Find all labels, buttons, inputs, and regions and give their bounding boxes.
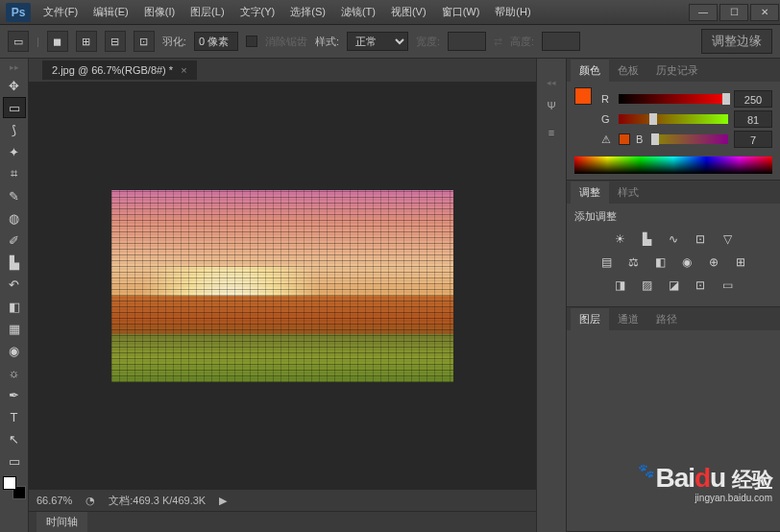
menu-view[interactable]: 视图(V) xyxy=(384,1,433,23)
color-swatches[interactable] xyxy=(3,476,26,499)
menu-window[interactable]: 窗口(W) xyxy=(435,1,487,23)
path-tool[interactable]: ↖ xyxy=(3,428,26,449)
b-slider[interactable] xyxy=(653,134,728,144)
photo-filter-icon[interactable]: ◉ xyxy=(678,254,695,270)
selection-add-icon[interactable]: ⊞ xyxy=(76,31,97,52)
brushes-panel-icon[interactable]: Ψ xyxy=(542,97,561,114)
selective-icon[interactable]: ⊡ xyxy=(692,278,709,293)
menu-file[interactable]: 文件(F) xyxy=(37,1,85,23)
gradient-tool[interactable]: ▦ xyxy=(3,318,26,339)
bw-icon[interactable]: ◧ xyxy=(651,254,669,270)
lookup-icon[interactable]: ⊞ xyxy=(732,254,749,270)
color-spectrum[interactable] xyxy=(574,157,772,174)
status-bar: 66.67% ◔ 文档:469.3 K/469.3K ▶ xyxy=(29,490,536,511)
paths-tab[interactable]: 路径 xyxy=(647,308,686,330)
antialias-checkbox[interactable] xyxy=(246,36,257,47)
levels-icon[interactable]: ▙ xyxy=(638,231,655,247)
exposure-icon[interactable]: ⊡ xyxy=(692,231,709,247)
pen-tool[interactable]: ✒ xyxy=(3,384,26,405)
threshold-icon[interactable]: ◪ xyxy=(665,278,682,293)
heal-tool[interactable]: ◍ xyxy=(3,207,26,229)
wand-tool[interactable]: ✦ xyxy=(3,141,26,162)
channels-tab[interactable]: 通道 xyxy=(609,308,647,330)
menu-image[interactable]: 图像(I) xyxy=(137,1,182,23)
b-value[interactable]: 7 xyxy=(734,131,772,148)
layers-tab[interactable]: 图层 xyxy=(571,308,609,330)
shape-tool[interactable]: ▭ xyxy=(3,450,26,472)
collapse-icon[interactable]: ▸▸ xyxy=(10,62,19,72)
r-value[interactable]: 250 xyxy=(734,90,772,108)
history-tab[interactable]: 历史记录 xyxy=(647,60,707,82)
marquee-tool-preset-icon[interactable]: ▭ xyxy=(8,31,29,52)
dodge-tool[interactable]: ☼ xyxy=(3,362,26,383)
posterize-icon[interactable]: ▨ xyxy=(638,278,655,293)
lasso-tool[interactable]: ⟆ xyxy=(3,119,26,140)
gamut-warning-icon[interactable]: ⚠ xyxy=(601,133,611,146)
status-disk-icon[interactable]: ◔ xyxy=(85,495,95,507)
menu-filter[interactable]: 滤镜(T) xyxy=(334,1,382,23)
tools-panel: ▸▸ ✥ ▭ ⟆ ✦ ⌗ ✎ ◍ ✐ ▙ ↶ ◧ ▦ ◉ ☼ ✒ T ↖ ▭ xyxy=(0,59,29,532)
selection-new-icon[interactable]: ◼ xyxy=(47,31,68,52)
layers-body[interactable]: 🐾Baidu 经验 jingyan.baidu.com xyxy=(567,330,780,465)
r-slider[interactable] xyxy=(619,94,728,104)
minimize-button[interactable]: — xyxy=(689,4,718,21)
menu-edit[interactable]: 编辑(E) xyxy=(86,1,135,23)
selection-intersect-icon[interactable]: ⊡ xyxy=(134,31,155,52)
invert-icon[interactable]: ◨ xyxy=(611,278,628,293)
canvas-viewport[interactable] xyxy=(29,82,536,490)
doc-info[interactable]: 文档:469.3 K/469.3K xyxy=(109,494,206,508)
expand-icon[interactable]: ◂◂ xyxy=(547,78,556,87)
document-tab[interactable]: 2.jpg @ 66.7%(RGB/8#) * × xyxy=(42,60,197,80)
brush-tool[interactable]: ✐ xyxy=(3,230,26,251)
panel-bg-swatch[interactable] xyxy=(619,133,630,145)
g-value[interactable]: 81 xyxy=(734,110,772,128)
g-label: G xyxy=(601,113,613,125)
styles-tab[interactable]: 样式 xyxy=(609,181,647,204)
hue-icon[interactable]: ▤ xyxy=(597,254,615,270)
type-tool[interactable]: T xyxy=(3,406,26,427)
refine-edge-button[interactable]: 调整边缘 xyxy=(701,29,772,54)
tab-close-icon[interactable]: × xyxy=(181,64,186,76)
window-controls: — ☐ ✕ xyxy=(688,4,780,21)
zoom-level[interactable]: 66.67% xyxy=(37,495,72,506)
timeline-tab[interactable]: 时间轴 xyxy=(37,512,87,532)
move-tool[interactable]: ✥ xyxy=(3,75,26,96)
menu-help[interactable]: 帮助(H) xyxy=(488,1,537,23)
document-tabs: 2.jpg @ 66.7%(RGB/8#) * × xyxy=(29,59,536,82)
crop-tool[interactable]: ⌗ xyxy=(3,163,26,184)
tab-title: 2.jpg @ 66.7%(RGB/8#) * xyxy=(52,64,173,76)
adjustments-panel: 调整 样式 添加调整 ☀ ▙ ∿ ⊡ ▽ ▤ ⚖ ◧ ◉ ⊕ ⊞ xyxy=(567,181,780,307)
canvas-image xyxy=(111,190,453,382)
curves-icon[interactable]: ∿ xyxy=(665,231,682,247)
menu-text[interactable]: 文字(Y) xyxy=(233,1,282,23)
panel-fg-swatch[interactable] xyxy=(574,87,592,105)
eyedropper-tool[interactable]: ✎ xyxy=(3,185,26,206)
blur-tool[interactable]: ◉ xyxy=(3,340,26,361)
menu-select[interactable]: 选择(S) xyxy=(283,1,332,23)
history-brush-tool[interactable]: ↶ xyxy=(3,274,26,295)
gradient-map-icon[interactable]: ▭ xyxy=(719,278,736,293)
b-label: B xyxy=(636,133,647,145)
eraser-tool[interactable]: ◧ xyxy=(3,296,26,317)
fg-color-swatch[interactable] xyxy=(3,476,16,490)
marquee-tool[interactable]: ▭ xyxy=(3,97,26,118)
mixer-icon[interactable]: ⊕ xyxy=(705,254,722,270)
g-slider[interactable] xyxy=(619,114,728,124)
swatches-panel-icon[interactable]: ≡ xyxy=(542,124,561,141)
close-button[interactable]: ✕ xyxy=(750,4,779,21)
selection-subtract-icon[interactable]: ⊟ xyxy=(105,31,126,52)
swatches-tab[interactable]: 色板 xyxy=(609,60,647,82)
style-label: 样式: xyxy=(315,35,339,49)
vibrance-icon[interactable]: ▽ xyxy=(719,231,736,247)
stamp-tool[interactable]: ▙ xyxy=(3,252,26,273)
style-select[interactable]: 正常 xyxy=(347,32,408,51)
maximize-button[interactable]: ☐ xyxy=(719,4,748,21)
color-tab[interactable]: 颜色 xyxy=(571,60,609,82)
feather-input[interactable] xyxy=(194,32,238,51)
balance-icon[interactable]: ⚖ xyxy=(624,254,642,270)
r-label: R xyxy=(601,93,613,105)
adjustments-tab[interactable]: 调整 xyxy=(571,181,609,204)
status-arrow-icon[interactable]: ▶ xyxy=(219,495,227,507)
brightness-icon[interactable]: ☀ xyxy=(611,231,628,247)
menu-layer[interactable]: 图层(L) xyxy=(183,1,231,23)
